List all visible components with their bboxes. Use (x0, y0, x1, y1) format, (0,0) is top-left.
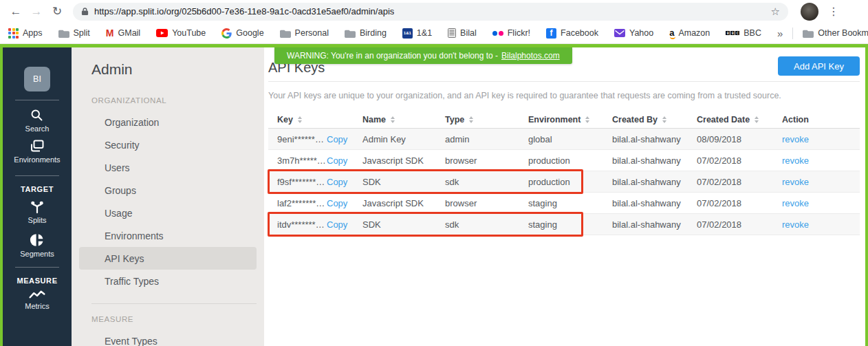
sidebar-section-target: TARGET (21, 185, 54, 193)
bookmark-amazon[interactable]: a Amazon (669, 28, 710, 39)
column-header-environment[interactable]: Environment (528, 115, 612, 125)
bookmark-label: YouTube (172, 28, 206, 38)
column-header-type[interactable]: Type (445, 115, 528, 125)
admin-item-environments[interactable]: Environments (79, 224, 257, 247)
bookmark-apps[interactable]: Apps (8, 28, 43, 39)
sort-icon (391, 116, 395, 123)
cell-created-by: bilal.al-shahwany (612, 177, 697, 187)
cell-environment: global (528, 134, 612, 144)
three-dot-menu-icon[interactable]: ⋮ (828, 5, 839, 18)
folder-icon (58, 29, 69, 38)
google-icon (221, 28, 232, 39)
column-header-created-date[interactable]: Created Date (697, 115, 782, 125)
revoke-link[interactable]: revoke (782, 177, 809, 187)
cell-environment: staging (528, 198, 612, 208)
cell-created-by: bilal.al-shahwany (612, 198, 697, 208)
revoke-link[interactable]: revoke (782, 155, 809, 166)
sidebar-item-environments[interactable]: Environments (14, 139, 60, 164)
admin-item-organization[interactable]: Organization (79, 111, 257, 133)
table-row: laf2*******…Copy Javascript SDK browser … (268, 193, 860, 214)
copy-link[interactable]: Copy (327, 198, 347, 208)
browser-toolbar: ← → ↻ https://app.split.io/org/025b6d00-… (0, 0, 868, 23)
revoke-link[interactable]: revoke (782, 198, 809, 208)
cell-name: Javascript SDK (362, 155, 445, 166)
bookmark-label: Yahoo (629, 28, 653, 38)
bookmark-gmail[interactable]: M GMail (106, 28, 140, 39)
bookmark-star-icon[interactable]: ☆ (771, 6, 780, 18)
folder-icon (345, 29, 356, 38)
admin-item-event-types[interactable]: Event Types (79, 329, 257, 346)
url-bar[interactable]: https://app.split.io/org/025b6d00-7e36-1… (73, 3, 788, 21)
admin-item-security[interactable]: Security (79, 133, 257, 156)
cell-type: sdk (445, 177, 528, 187)
admin-item-api-keys[interactable]: API Keys (79, 247, 257, 270)
bookmark-google[interactable]: Google (221, 28, 263, 39)
warning-link[interactable]: Bilalphotos.com (501, 51, 560, 61)
copy-link[interactable]: Copy (327, 155, 347, 166)
cell-environment: staging (528, 219, 612, 230)
bookmarks-overflow-chevron[interactable]: » (777, 28, 783, 39)
admin-item-users[interactable]: Users (79, 156, 257, 179)
admin-item-groups[interactable]: Groups (79, 179, 257, 202)
table-row-highlighted: f9sf*******…Copy SDK sdk production bila… (268, 171, 860, 193)
sidebar-item-segments[interactable]: Segments (20, 233, 54, 258)
copy-link[interactable]: Copy (327, 134, 347, 144)
yahoo-icon (614, 29, 625, 37)
bookmark-label: BBC (744, 28, 761, 38)
copy-link[interactable]: Copy (327, 177, 347, 187)
column-header-created-by[interactable]: Created By (612, 115, 697, 125)
cell-created-date: 07/02/2018 (697, 219, 782, 230)
bookmark-personal[interactable]: Personal (280, 28, 329, 38)
bookmark-flickr[interactable]: Flickr! (492, 28, 530, 38)
forward-button[interactable]: → (28, 3, 45, 21)
amazon-icon: a (669, 28, 674, 39)
cell-name: Javascript SDK (362, 198, 445, 208)
copy-link[interactable]: Copy (327, 219, 347, 230)
bookmark-label: Amazon (678, 28, 710, 38)
cell-name: Admin Key (362, 134, 445, 144)
cell-environment: production (528, 155, 612, 166)
reload-button[interactable]: ↻ (48, 3, 66, 21)
bookmark-birding[interactable]: Birding (345, 28, 387, 38)
api-key-value: f9sf*******… (277, 177, 327, 187)
warning-text: WARNING: You're in an organization you d… (287, 51, 498, 61)
table-row-highlighted: itdv*******…Copy SDK sdk staging bilal.a… (268, 214, 860, 235)
column-header-key[interactable]: Key (277, 115, 362, 125)
add-api-key-button[interactable]: Add API Key (778, 56, 860, 76)
user-avatar[interactable]: BI (24, 67, 50, 91)
admin-title: Admin (91, 61, 264, 78)
bookmark-youtube[interactable]: YouTube (156, 28, 206, 38)
bookmark-label: GMail (118, 28, 141, 38)
bookmark-bbc[interactable]: BBC BBC (726, 28, 761, 38)
sort-icon (469, 116, 473, 123)
admin-section-organizational: ORGANIZATIONAL (91, 96, 264, 105)
sidebar-item-search[interactable]: Search (25, 108, 50, 133)
column-header-name[interactable]: Name (362, 115, 445, 125)
sidebar-item-metrics[interactable]: Metrics (25, 290, 49, 310)
bookmark-facebook[interactable]: f Facebook (546, 28, 598, 39)
split-app-page: BI Search Environments TARGET Splits Seg… (0, 44, 868, 346)
browser-profile-avatar[interactable] (801, 3, 818, 21)
other-bookmarks[interactable]: Other Bookmarks (803, 28, 868, 38)
admin-item-usage[interactable]: Usage (79, 202, 257, 224)
environments-icon (29, 139, 45, 153)
bookmark-bilal[interactable]: Bilal (448, 28, 477, 38)
revoke-link[interactable]: revoke (782, 134, 809, 144)
sort-icon (662, 116, 666, 123)
bookmark-1and1[interactable]: 1&1 1&1 (402, 28, 432, 39)
admin-item-traffic-types[interactable]: Traffic Types (79, 270, 257, 292)
youtube-icon (156, 29, 168, 37)
table-row: 3m7h*****…Copy Javascript SDK browser pr… (268, 150, 860, 171)
sidebar-item-splits[interactable]: Splits (28, 198, 47, 224)
bookmark-split[interactable]: Split (58, 28, 90, 38)
sort-icon (298, 116, 302, 123)
revoke-link[interactable]: revoke (782, 219, 809, 230)
bookmark-yahoo[interactable]: Yahoo (614, 28, 653, 38)
cell-created-date: 08/09/2018 (697, 134, 782, 144)
admin-sidebar: Admin ORGANIZATIONAL Organization Securi… (72, 47, 264, 346)
sidebar-item-label: Metrics (25, 302, 49, 310)
splits-icon (30, 198, 45, 214)
bookmark-label: Bilal (460, 28, 477, 38)
back-button[interactable]: ← (7, 3, 25, 21)
cell-name: SDK (362, 219, 445, 230)
